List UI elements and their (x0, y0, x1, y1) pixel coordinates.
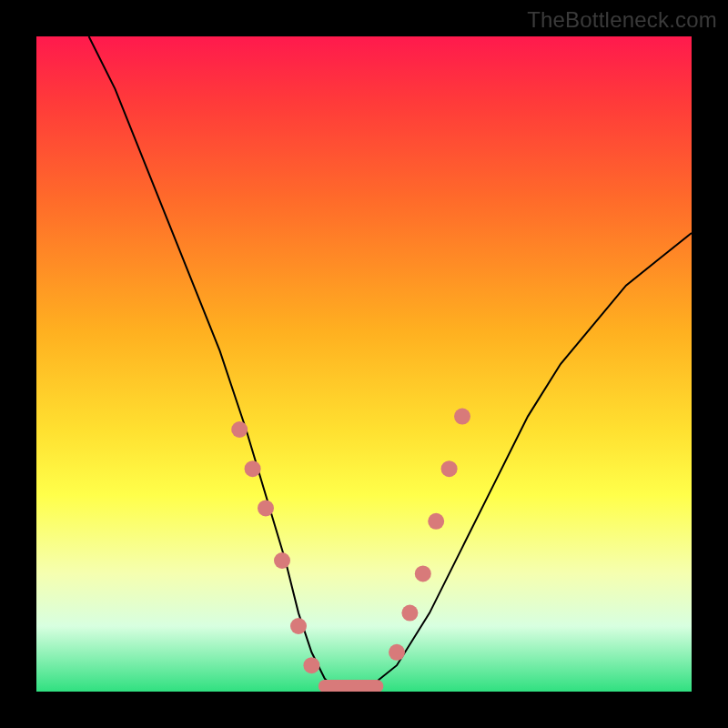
chart-frame: TheBottleneck.com (0, 0, 728, 728)
highlight-dot (245, 460, 261, 477)
bottleneck-curve (89, 36, 692, 692)
marker-group (231, 409, 470, 674)
watermark-text: TheBottleneck.com (527, 7, 717, 33)
highlight-dot (274, 552, 290, 569)
highlight-dot (231, 421, 248, 438)
curve-group (89, 36, 692, 692)
highlight-dot (441, 460, 458, 477)
highlight-dot (290, 618, 307, 634)
highlight-dot (401, 605, 418, 622)
highlight-dot (389, 644, 405, 661)
plot-area (36, 36, 692, 692)
highlight-dot (428, 513, 444, 530)
highlight-dot (258, 500, 274, 516)
highlight-dot (415, 565, 431, 581)
curve-svg (36, 36, 692, 692)
highlight-dot (303, 657, 319, 673)
highlight-dot (454, 409, 470, 425)
